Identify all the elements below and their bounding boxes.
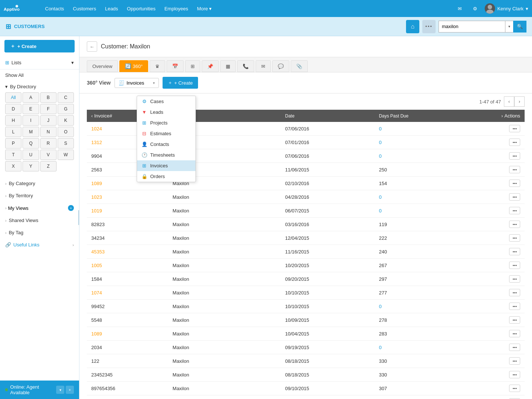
alpha-all-btn[interactable]: All — [5, 92, 21, 103]
alpha-u-btn[interactable]: U — [23, 150, 39, 160]
my-views-item[interactable]: › My Views + — [0, 202, 79, 214]
row-actions-button[interactable]: ••• — [509, 330, 520, 337]
row-actions-button[interactable]: ••• — [509, 207, 520, 214]
row-actions-button[interactable]: ••• — [509, 221, 520, 228]
row-actions-button[interactable]: ••• — [509, 344, 520, 351]
by-directory-header[interactable]: ▾ By Directory — [5, 84, 74, 89]
alpha-d-btn[interactable]: D — [5, 104, 21, 114]
row-actions-button[interactable]: ••• — [509, 289, 520, 296]
alpha-y-btn[interactable]: Y — [23, 161, 39, 171]
by-category-item[interactable]: › By Category — [0, 177, 79, 190]
shared-views-item[interactable]: › Shared Views — [0, 214, 79, 226]
show-all-item[interactable]: Show All — [0, 69, 79, 81]
more-options-button[interactable]: ••• — [422, 20, 436, 33]
row-actions-button[interactable]: ••• — [509, 316, 520, 324]
nav-leads[interactable]: Leads — [100, 0, 122, 17]
sidebar-lists-section[interactable]: ⊞ Lists ▾ — [0, 56, 79, 69]
by-tag-item[interactable]: › By Tag — [0, 226, 79, 239]
row-actions-button[interactable]: ••• — [509, 385, 520, 392]
row-actions-button[interactable]: ••• — [509, 166, 520, 173]
tab-pin[interactable]: 📌 — [202, 60, 219, 72]
by-territory-item[interactable]: › By Territory — [0, 190, 79, 202]
row-actions-button[interactable]: ••• — [509, 180, 520, 187]
row-actions-button[interactable]: ••• — [509, 275, 520, 283]
settings-icon[interactable]: ⚙ — [469, 3, 481, 14]
alpha-q-btn[interactable]: Q — [23, 138, 39, 149]
alpha-e-btn[interactable]: E — [23, 104, 39, 114]
nav-customers[interactable]: Customers — [68, 0, 100, 17]
alpha-z-btn[interactable]: Z — [40, 161, 57, 171]
alpha-j-btn[interactable]: J — [40, 115, 57, 126]
prev-page-button[interactable]: ‹ — [504, 96, 514, 107]
row-actions-button[interactable]: ••• — [509, 248, 520, 255]
row-actions-button[interactable]: ••• — [509, 234, 520, 242]
tab-overview[interactable]: Overview — [87, 60, 118, 72]
row-actions-button[interactable]: ••• — [509, 125, 520, 132]
tab-email[interactable]: ✉ — [256, 60, 271, 72]
invoice-cell[interactable]: 1074 — [87, 286, 168, 300]
dropdown-item-projects[interactable]: ⊞ Projects — [137, 117, 195, 128]
alpha-o-btn[interactable]: O — [58, 127, 74, 137]
row-actions-button[interactable]: ••• — [509, 152, 520, 160]
row-actions-button[interactable]: ••• — [509, 262, 520, 269]
row-actions-button[interactable]: ••• — [509, 139, 520, 146]
alpha-h-btn[interactable]: H — [5, 115, 21, 126]
alpha-p-btn[interactable]: P — [5, 138, 21, 149]
invoice-cell[interactable]: 1023 — [87, 190, 168, 204]
alpha-l-btn[interactable]: L — [5, 127, 21, 137]
online-ctrl-down[interactable]: ▾ — [56, 386, 64, 394]
home-button[interactable]: ⌂ — [406, 20, 419, 33]
alpha-c-btn[interactable]: C — [58, 92, 74, 103]
search-dropdown-arrow[interactable]: ▾ — [505, 21, 513, 33]
dropdown-item-contacts[interactable]: 👤 Contacts — [137, 139, 195, 150]
invoice-cell[interactable]: 1089 — [87, 327, 168, 341]
tab-calendar[interactable]: 📅 — [167, 60, 184, 72]
alpha-f-btn[interactable]: F — [40, 104, 57, 114]
invoice-cell[interactable]: 1005 — [87, 259, 168, 272]
alpha-i-btn[interactable]: I — [23, 115, 39, 126]
alpha-t-btn[interactable]: T — [5, 150, 21, 160]
alpha-a-btn[interactable]: A — [23, 92, 39, 103]
alpha-s-btn[interactable]: S — [58, 138, 74, 149]
dropdown-item-timesheets[interactable]: 🕐 Timesheets — [137, 150, 195, 160]
tab-crown[interactable]: ♛ — [150, 60, 165, 72]
alpha-n-btn[interactable]: N — [40, 127, 57, 137]
dropdown-item-invoices[interactable]: ⊞ Invoices — [137, 160, 195, 171]
tab-360[interactable]: 🔄 360° — [119, 60, 148, 72]
invoice-cell[interactable]: 45353 — [87, 245, 168, 259]
alpha-g-btn[interactable]: G — [58, 104, 74, 114]
nav-opportunities[interactable]: Opportunities — [123, 0, 160, 17]
th-days-past-due[interactable]: Days Past Due — [375, 110, 475, 122]
alpha-r-btn[interactable]: R — [40, 138, 57, 149]
row-actions-button[interactable]: ••• — [509, 371, 520, 378]
next-page-button[interactable]: › — [514, 96, 525, 107]
alpha-m-btn[interactable]: M — [23, 127, 39, 137]
back-button[interactable]: ← — [87, 41, 97, 52]
invoice-cell[interactable]: 1019 — [87, 204, 168, 218]
messages-icon[interactable]: ✉ — [454, 3, 466, 14]
tab-table[interactable]: ⊞ — [185, 60, 200, 72]
useful-links-item[interactable]: 🔗 Useful Links › — [0, 239, 79, 251]
tab-chat[interactable]: 💬 — [272, 60, 289, 72]
sidebar-collapse-button[interactable]: ‹ — [78, 210, 79, 225]
create-record-button[interactable]: ＋ + Create — [163, 77, 198, 89]
tab-phone[interactable]: 📞 — [237, 60, 254, 72]
alpha-b-btn[interactable]: B — [40, 92, 57, 103]
dropdown-item-orders[interactable]: 🔒 Orders — [137, 171, 195, 182]
alpha-x-btn[interactable]: X — [5, 161, 21, 171]
alpha-w-btn[interactable]: W — [58, 150, 74, 160]
add-my-view-button[interactable]: + — [68, 205, 74, 211]
tab-grid[interactable]: ▦ — [220, 60, 236, 72]
search-button[interactable]: 🔍 — [513, 21, 526, 33]
dropdown-item-leads[interactable]: ▼ Leads — [137, 107, 195, 117]
row-actions-button[interactable]: ••• — [509, 193, 520, 201]
dropdown-item-cases[interactable]: ⚙ Cases — [137, 96, 195, 107]
user-menu[interactable]: Kenny Clark ▾ — [485, 3, 528, 14]
row-actions-button[interactable]: ••• — [509, 357, 520, 365]
alpha-k-btn[interactable]: K — [58, 115, 74, 126]
nav-more[interactable]: More ▾ — [192, 0, 216, 17]
invoices-dropdown-button[interactable]: 🧾 Invoices ▾ — [115, 78, 159, 88]
row-actions-button[interactable]: ••• — [509, 303, 520, 310]
nav-employees[interactable]: Employees — [160, 0, 192, 17]
app-logo[interactable]: Apptivo — [4, 3, 33, 14]
